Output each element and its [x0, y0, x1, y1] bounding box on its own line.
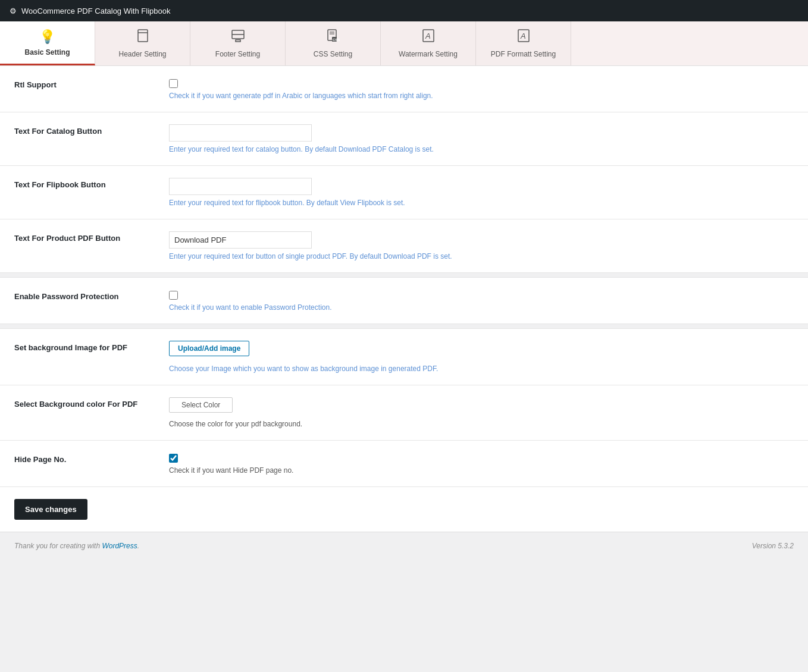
flipbook-button-row: Text For Flipbook Button Enter your requ…: [0, 166, 808, 219]
catalog-button-row: Text For Catalog Button Enter your requi…: [0, 112, 808, 166]
background-color-description: Choose the color for your pdf background…: [169, 420, 794, 428]
password-protection-checkbox[interactable]: [169, 291, 178, 300]
footer-text-after: .: [137, 542, 139, 550]
tab-footer[interactable]: Footer Setting: [190, 21, 286, 65]
rtl-support-label: Rtl Support: [14, 78, 145, 89]
tab-pdf-format-label: PDF Formatt Setting: [491, 50, 556, 58]
tab-css[interactable]: CSS CSS Setting: [286, 21, 381, 65]
save-changes-button[interactable]: Save changes: [14, 499, 87, 520]
product-pdf-button-input[interactable]: [169, 231, 312, 249]
tab-watermark-icon: A: [421, 29, 436, 46]
password-protection-description: Check it if you want to enable Password …: [169, 303, 794, 312]
hide-page-no-checkbox[interactable]: [169, 454, 178, 463]
background-image-label: Set background Image for PDF: [14, 341, 145, 352]
svg-text:CSS: CSS: [333, 38, 340, 42]
rtl-support-row: Rtl Support Check it if you want generat…: [0, 66, 808, 112]
svg-text:A: A: [425, 32, 431, 40]
product-pdf-button-description: Enter your required text for button of s…: [169, 252, 794, 260]
product-pdf-button-label: Text For Product PDF Button: [14, 231, 145, 243]
product-pdf-button-row: Text For Product PDF Button Enter your r…: [0, 219, 808, 273]
background-color-label: Select Background color For PDF: [14, 397, 145, 409]
rtl-support-checkbox-wrap: [169, 78, 794, 88]
password-protection-checkbox-wrap: [169, 290, 794, 300]
background-color-row: Select Background color For PDF Select C…: [0, 385, 808, 441]
password-protection-row: Enable Password Protection Check it if y…: [0, 278, 808, 324]
tab-css-icon: CSS: [326, 29, 340, 46]
tab-watermark[interactable]: A Watermark Setting: [381, 21, 476, 65]
catalog-button-description: Enter your required text for catalog but…: [169, 145, 794, 153]
tab-basic[interactable]: 💡 Basic Setting: [0, 21, 95, 65]
background-color-control: Select Color Choose the color for your p…: [169, 397, 794, 428]
page-footer: Thank you for creating with WordPress. V…: [0, 532, 808, 560]
select-color-button[interactable]: Select Color: [169, 397, 233, 413]
tab-watermark-label: Watermark Setting: [399, 50, 458, 58]
product-pdf-button-control: Enter your required text for button of s…: [169, 231, 794, 260]
tab-bar: 💡 Basic Setting Header Setting Footer Se…: [0, 21, 808, 66]
save-changes-wrap: Save changes: [0, 487, 808, 532]
main-content: Rtl Support Check it if you want generat…: [0, 66, 808, 532]
footer-version: Version 5.3.2: [752, 542, 794, 550]
tab-header-label: Header Setting: [118, 50, 166, 58]
hide-page-no-label: Hide Page No.: [14, 453, 145, 464]
section-gap-2: [0, 324, 808, 329]
tab-header[interactable]: Header Setting: [95, 21, 190, 65]
tab-pdf-format-icon: A: [516, 29, 531, 46]
tab-footer-icon: [231, 29, 245, 46]
background-image-row: Set background Image for PDF Upload/Add …: [0, 329, 808, 385]
hide-page-no-control: Check it if you want Hide PDF page no.: [169, 453, 794, 475]
background-image-control: Upload/Add image Choose your Image which…: [169, 341, 794, 373]
flipbook-button-label: Text For Flipbook Button: [14, 178, 145, 189]
app-title: WooCommerce PDF Catalog With Flipbook: [21, 7, 170, 15]
top-bar: ⚙ WooCommerce PDF Catalog With Flipbook: [0, 0, 808, 21]
flipbook-button-control: Enter your required text for flipbook bu…: [169, 178, 794, 207]
tab-basic-icon: 💡: [39, 29, 55, 45]
catalog-button-control: Enter your required text for catalog but…: [169, 124, 794, 153]
gear-icon: ⚙: [10, 7, 17, 15]
tab-footer-label: Footer Setting: [215, 50, 260, 58]
svg-rect-0: [138, 30, 148, 42]
hide-page-no-checkbox-wrap: [169, 453, 794, 463]
wordpress-link[interactable]: WordPress: [102, 542, 137, 550]
catalog-button-label: Text For Catalog Button: [14, 124, 145, 136]
tab-css-label: CSS Setting: [314, 50, 352, 58]
rtl-support-description: Check it if you want generate pdf in Ara…: [169, 92, 794, 100]
flipbook-button-input[interactable]: [169, 178, 312, 195]
section-gap-1: [0, 273, 808, 278]
svg-text:A: A: [520, 32, 526, 40]
svg-rect-4: [236, 40, 240, 42]
rtl-support-checkbox[interactable]: [169, 79, 178, 88]
tab-basic-label: Basic Setting: [24, 48, 70, 56]
footer-text-before: Thank you for creating with: [14, 542, 102, 550]
tab-pdf-format[interactable]: A PDF Formatt Setting: [476, 21, 571, 65]
footer-credit: Thank you for creating with WordPress.: [14, 542, 139, 550]
upload-image-button[interactable]: Upload/Add image: [169, 341, 249, 356]
tab-header-icon: [136, 29, 150, 46]
flipbook-button-description: Enter your required text for flipbook bu…: [169, 199, 794, 207]
catalog-button-input[interactable]: [169, 124, 312, 142]
password-protection-label: Enable Password Protection: [14, 290, 145, 301]
hide-page-no-description: Check it if you want Hide PDF page no.: [169, 466, 794, 475]
select-color-label: Select Color: [181, 401, 220, 409]
hide-page-no-row: Hide Page No. Check it if you want Hide …: [0, 441, 808, 487]
rtl-support-control: Check it if you want generate pdf in Ara…: [169, 78, 794, 100]
password-protection-control: Check it if you want to enable Password …: [169, 290, 794, 312]
background-image-description: Choose your Image which you want to show…: [169, 365, 794, 373]
